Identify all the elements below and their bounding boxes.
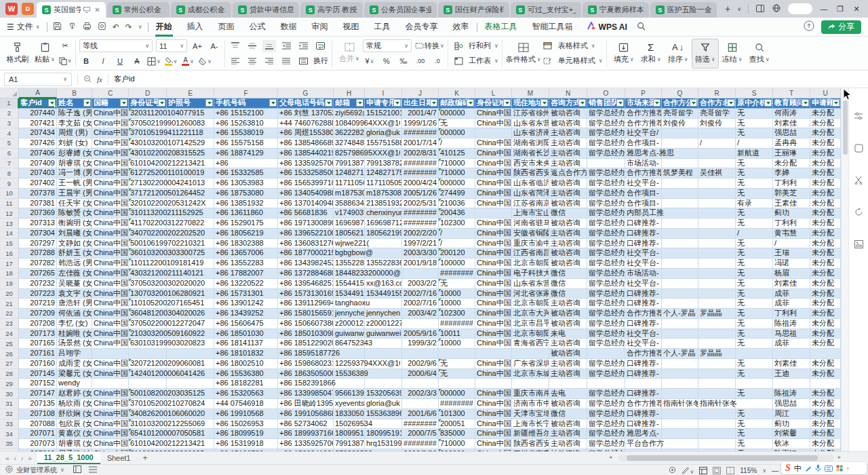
cell[interactable]: 周煜 (男) xyxy=(57,128,92,138)
cell[interactable]: 留学总经办 xyxy=(587,199,625,209)
row-number[interactable]: 26 xyxy=(0,349,19,359)
cell[interactable]: +86 18595187726 xyxy=(278,349,334,359)
format-painter-button[interactable]: 格式刷 xyxy=(4,39,31,69)
justify-icon[interactable] xyxy=(279,55,293,67)
layout-switch-icon[interactable] xyxy=(755,5,765,14)
cell[interactable]: / xyxy=(736,138,773,149)
cell[interactable]: +86 13053983 xyxy=(214,178,278,189)
header-cell[interactable]: 合作方名称 xyxy=(698,98,736,109)
font-name-select[interactable]: 等线∨ xyxy=(79,39,153,52)
cell[interactable]: China中国 xyxy=(475,329,512,339)
cell[interactable]: / xyxy=(439,138,475,149)
cell-style-button[interactable]: 单元格样式 xyxy=(558,56,595,66)
search-icon[interactable] xyxy=(637,22,646,33)
cell[interactable]: 207232 xyxy=(19,279,57,289)
cell[interactable]: 654101200007050581 xyxy=(129,429,167,439)
cell[interactable]: 无 xyxy=(736,128,773,138)
cell[interactable]: 西安市未央 xyxy=(512,159,549,169)
cell[interactable]: z20001227 xyxy=(334,319,365,329)
cell[interactable]: 未分配 xyxy=(810,319,841,329)
cell[interactable]: 被动咨询 xyxy=(549,199,587,209)
font-color-button[interactable]: A∨ xyxy=(181,55,195,67)
find-button[interactable]: 查找∨ xyxy=(746,39,773,69)
column-letter[interactable]: H xyxy=(334,88,365,98)
column-letter[interactable]: G xyxy=(278,88,334,98)
cell[interactable]: 169698712 xyxy=(365,218,402,229)
cell[interactable]: 2003/2/2 xyxy=(402,279,439,289)
row-number[interactable]: 30 xyxy=(0,389,19,399)
cell[interactable]: 2002/8/31 xyxy=(402,149,439,159)
menu-item[interactable]: 会员专享 xyxy=(398,18,446,37)
cell[interactable]: 留学总经办 xyxy=(587,429,625,439)
cell[interactable]: +86 18302388 xyxy=(214,239,278,249)
cell[interactable]: 210036 xyxy=(439,199,475,209)
cell[interactable]: 唐浩轩 (男 xyxy=(57,299,92,309)
cell[interactable]: 微信 xyxy=(549,208,587,218)
cell[interactable]: 207209 xyxy=(19,309,57,319)
cell[interactable]: 无 xyxy=(736,369,773,379)
bold-button[interactable]: B xyxy=(79,55,93,67)
cell[interactable]: China中国 xyxy=(92,409,129,419)
cell[interactable]: 未分配 xyxy=(810,299,841,309)
cell[interactable]: 207288 xyxy=(19,248,57,259)
cell[interactable]: +86 1360831276 xyxy=(278,239,334,249)
cell[interactable]: 340702200202202520 xyxy=(129,229,167,239)
cell[interactable]: +86 1573130169 xyxy=(278,289,334,299)
cell[interactable]: 主动咨询 xyxy=(549,229,587,239)
cell[interactable]: +86 18056219 xyxy=(214,229,278,239)
cell[interactable]: ######## xyxy=(402,419,439,430)
cell[interactable]: 207421 xyxy=(19,119,57,129)
last-sheet-icon[interactable]: » xyxy=(28,455,32,462)
cell[interactable]: 亮哥留学 xyxy=(698,109,736,119)
cell[interactable]: +86 xyxy=(214,159,278,169)
cell[interactable]: +86 1971300890 xyxy=(278,218,334,229)
cell[interactable]: 411702200312270822 xyxy=(129,218,167,229)
cell[interactable]: 指南针张冬 xyxy=(698,399,736,409)
cell[interactable]: China中国 xyxy=(92,429,129,439)
row-number[interactable]: 22 xyxy=(0,309,19,319)
globe-icon[interactable] xyxy=(772,4,781,14)
cell[interactable]: 主动咨询 xyxy=(549,128,587,138)
menu-item[interactable]: 视图 xyxy=(336,18,367,37)
cell[interactable]: 207173 xyxy=(19,329,57,339)
cell[interactable]: 韩浩远 (男 xyxy=(57,259,92,269)
horizontal-scrollbar[interactable] xyxy=(618,455,834,461)
cell[interactable]: +86 13854866895 xyxy=(278,138,334,149)
name-box[interactable]: A1 ∨ xyxy=(4,73,72,86)
cell[interactable]: 微信 xyxy=(549,409,587,419)
cell[interactable]: +86 15731301 xyxy=(214,289,278,299)
cell[interactable]: 未分配 xyxy=(810,119,841,129)
cell[interactable]: 207406 xyxy=(19,149,57,159)
redo-icon[interactable]: ↷ xyxy=(125,22,132,32)
cell[interactable]: 被动咨询 xyxy=(549,399,587,409)
cell[interactable]: 留学总经办 xyxy=(587,138,625,149)
cell[interactable]: 合作项目- xyxy=(625,189,662,199)
cell[interactable]: 271302200004241013 xyxy=(129,178,167,189)
cell[interactable]: +86 15320563 xyxy=(214,389,278,399)
cell[interactable]: 155751588 xyxy=(365,138,402,149)
convert-button[interactable]: 转换∨ xyxy=(415,40,444,52)
cell[interactable]: +86 1396522100 xyxy=(278,229,334,239)
cell[interactable]: 梁馨元 (女 xyxy=(57,369,92,379)
row-number[interactable]: 6 xyxy=(0,149,19,159)
share-button[interactable]: 分享 xyxy=(821,20,861,34)
filter-dropdown-button[interactable] xyxy=(158,99,165,107)
cell[interactable]: 360103200303300725 xyxy=(129,248,167,259)
cell[interactable]: +86 15152100 xyxy=(214,109,278,119)
cell[interactable]: China中国 xyxy=(475,159,512,169)
cell[interactable]: China中国 xyxy=(92,369,129,379)
cell[interactable]: China中国 xyxy=(475,119,512,129)
cell[interactable]: 王一帆 (男 xyxy=(57,178,92,189)
file-tab[interactable]: S常州公积金 .xlsx xyxy=(107,2,170,18)
cell[interactable]: 未分配 xyxy=(810,339,841,349)
cell[interactable]: 835000 xyxy=(439,429,475,439)
filter-dropdown-button[interactable] xyxy=(653,99,660,107)
wrap-text-icon[interactable] xyxy=(313,40,327,52)
restore-button[interactable]: ❐ xyxy=(835,5,845,14)
cell[interactable]: 610104200212213421 xyxy=(129,159,167,169)
cell[interactable]: 山东省临沂 xyxy=(512,178,549,189)
cell[interactable]: z20001227 xyxy=(365,319,402,329)
cell[interactable]: 口碑推荐- xyxy=(625,218,662,229)
cell[interactable]: chenxinyur xyxy=(365,208,402,218)
cell[interactable]: 117110505 xyxy=(334,178,365,189)
